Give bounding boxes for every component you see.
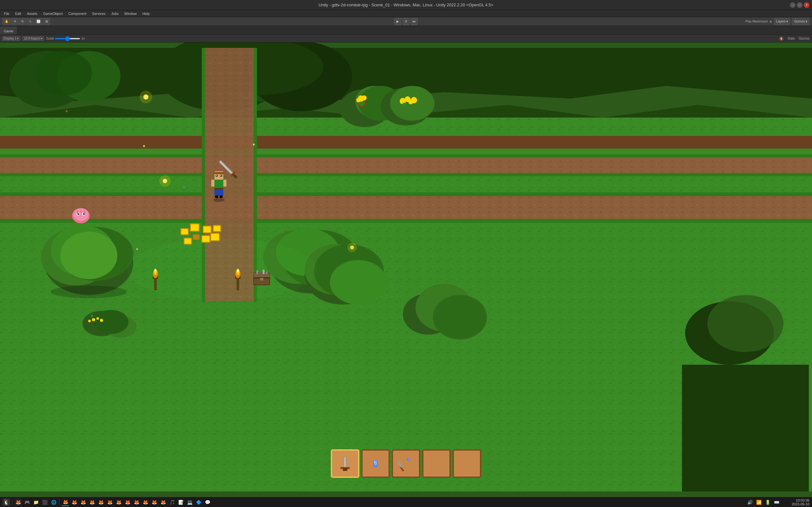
window-controls: – □ ✕ (790, 2, 809, 8)
svg-rect-147 (345, 458, 345, 468)
inv-slot-4-icon (425, 452, 448, 475)
display-label: Display 1 (3, 37, 16, 40)
game-tab-bar: Game (0, 26, 812, 35)
svg-point-17 (35, 51, 92, 95)
svg-point-117 (66, 110, 67, 112)
gizmos-label[interactable]: Gizmos (799, 37, 809, 40)
inv-slot-2[interactable] (361, 449, 390, 478)
svg-point-93 (51, 285, 127, 298)
taskbar-app-15[interactable]: 💻 (186, 498, 194, 506)
taskbar-app-9[interactable]: 🦊 (133, 498, 140, 506)
inv-slot-4[interactable] (422, 449, 451, 478)
window-title: Unity - gdtv-2d-combat-rpg - Scene_01 - … (319, 3, 494, 7)
move-tool[interactable]: ✛ (11, 18, 18, 25)
taskbar-clock[interactable]: 10:03:36 2023-09-10 (792, 498, 809, 506)
menu-services[interactable]: Services (90, 11, 108, 16)
svg-rect-154 (398, 459, 403, 468)
taskbar-terminal[interactable]: ⬛ (41, 498, 49, 506)
multi-tool[interactable]: ⊞ (43, 18, 50, 25)
menu-assets[interactable]: Assets (24, 11, 40, 16)
aspect-selector[interactable]: 16:9 Aspect ▾ (22, 36, 44, 41)
scale-slider[interactable] (55, 38, 80, 39)
taskbar-start[interactable]: 🐧 (3, 498, 10, 506)
inv-slot-5[interactable] (453, 449, 481, 478)
menu-window[interactable]: Window (122, 11, 139, 16)
layers-dropdown[interactable]: Layers ▾ (774, 18, 790, 25)
taskbar-app-12[interactable]: 🦊 (159, 498, 167, 506)
minimize-button[interactable]: – (790, 2, 796, 8)
taskbar-app-5[interactable]: 🦊 (97, 498, 105, 506)
svg-rect-71 (220, 175, 221, 176)
taskbar-app-14[interactable]: 📝 (177, 498, 185, 506)
taskbar-app-7[interactable]: 🦊 (115, 498, 122, 506)
sep-taskbar-2 (59, 499, 60, 505)
stats-label[interactable]: Stats (788, 37, 795, 40)
menu-gameobject[interactable]: GameObject (41, 11, 65, 16)
menu-component[interactable]: Component (66, 11, 89, 16)
taskbar-tray-3[interactable]: 🔋 (764, 498, 771, 506)
display-dropdown[interactable]: Display 1 ▾ (2, 36, 20, 41)
taskbar-app-13[interactable]: 🎵 (168, 498, 176, 506)
menu-edit[interactable]: Edit (13, 11, 24, 16)
play-button[interactable]: ▶ (394, 18, 401, 25)
svg-rect-51 (203, 226, 211, 233)
inv-slot-1[interactable] (331, 449, 359, 478)
inv-slot-3[interactable] (392, 449, 420, 478)
hand-tool[interactable]: ✋ (3, 18, 11, 25)
taskbar-app-11[interactable]: 🦊 (150, 498, 158, 506)
taskbar-system-tray: 🔊 📶 🔋 ⌨️ (746, 498, 780, 506)
taskbar-app-17[interactable]: 💬 (204, 498, 211, 506)
svg-rect-39 (0, 149, 812, 152)
svg-point-112 (140, 91, 152, 103)
taskbar-tray-1[interactable]: 🔊 (746, 498, 754, 506)
svg-point-116 (347, 243, 357, 252)
display-chevron-icon: ▾ (17, 37, 19, 40)
svg-point-145 (91, 315, 93, 317)
scale-tool[interactable]: ⤡ (27, 18, 34, 25)
svg-rect-149 (343, 468, 347, 471)
step-button[interactable]: ⏭ (411, 18, 418, 25)
menu-help[interactable]: Help (140, 11, 152, 16)
display-selector[interactable]: Display 1 ▾ (2, 36, 20, 41)
svg-rect-45 (0, 173, 812, 176)
transform-tools: ✋ ✛ ↻ ⤡ ⬜ ⊞ (3, 18, 50, 25)
rect-tool[interactable]: ⬜ (34, 18, 43, 25)
menu-jobs[interactable]: Jobs (109, 11, 121, 16)
svg-rect-62 (214, 179, 224, 188)
gizmos-dropdown[interactable]: Gizmos ▾ (792, 18, 809, 25)
svg-rect-54 (213, 225, 221, 232)
taskbar-firefox-1[interactable]: 🦊 (14, 498, 22, 506)
svg-point-152 (374, 461, 375, 463)
taskbar-app-10[interactable]: 🦊 (142, 498, 149, 506)
taskbar-app-3[interactable]: 🦊 (79, 498, 87, 506)
taskbar-app-1[interactable]: 🦊 (61, 498, 69, 506)
game-tab[interactable]: Game (0, 27, 17, 35)
playback-controls: ▶ ⏸ ⏭ (394, 18, 418, 25)
maximize-button[interactable]: □ (797, 2, 803, 8)
close-button[interactable]: ✕ (804, 2, 809, 8)
rotate-tool[interactable]: ↻ (19, 18, 26, 25)
menu-file[interactable]: File (1, 11, 12, 16)
taskbar-app-8[interactable]: 🦊 (124, 498, 131, 506)
game-viewport (0, 43, 812, 497)
aspect-chevron-icon: ▾ (41, 37, 43, 40)
svg-point-120 (253, 144, 255, 146)
svg-rect-38 (0, 130, 812, 136)
taskbar-browser-2[interactable]: 🌐 (50, 498, 57, 506)
taskbar-app-2[interactable]: 🦊 (70, 498, 78, 506)
taskbar-app-6[interactable]: 🦊 (106, 498, 113, 506)
taskbar-app-16[interactable]: 🔷 (195, 498, 202, 506)
taskbar-tray-2[interactable]: 📶 (755, 498, 763, 506)
svg-point-114 (159, 175, 171, 187)
scale-control[interactable]: Scale 1x (46, 37, 85, 40)
taskbar-files[interactable]: 📁 (32, 498, 40, 506)
svg-rect-41 (0, 192, 812, 196)
sub-bar: Display 1 ▾ 16:9 Aspect ▾ Scale 1x 🔇 Sta… (0, 35, 812, 43)
aspect-dropdown[interactable]: 16:9 Aspect ▾ (22, 36, 44, 41)
taskbar-unity[interactable]: 🎮 (23, 498, 31, 506)
svg-point-143 (100, 319, 103, 322)
taskbar-app-4[interactable]: 🦊 (88, 498, 96, 506)
taskbar-tray-4[interactable]: ⌨️ (773, 498, 780, 506)
pause-button[interactable]: ⏸ (403, 18, 409, 25)
mute-icon[interactable]: 🔇 (779, 37, 784, 41)
